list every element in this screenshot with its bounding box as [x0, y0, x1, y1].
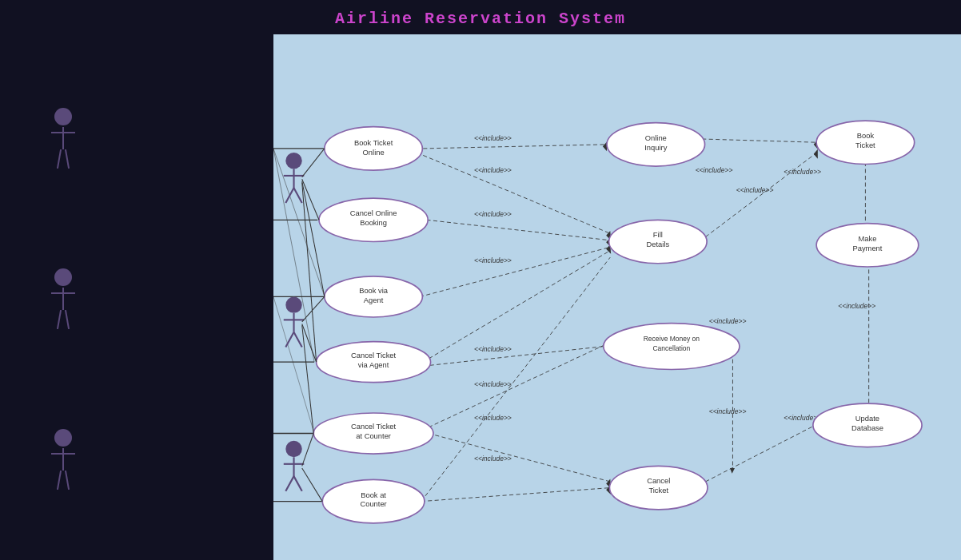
- actor-head-1: [54, 108, 72, 125]
- svg-text:Database: Database: [851, 424, 883, 432]
- svg-text:Ticket: Ticket: [649, 487, 669, 494]
- svg-text:<<include>>: <<include>>: [474, 134, 512, 142]
- svg-point-99: [286, 296, 302, 312]
- svg-text:Inquiry: Inquiry: [645, 144, 668, 152]
- svg-text:via Agent: via Agent: [358, 361, 389, 369]
- svg-text:<<include>>: <<include>>: [696, 166, 733, 174]
- svg-text:Fill: Fill: [653, 231, 663, 239]
- svg-text:Book at: Book at: [361, 491, 387, 499]
- svg-text:<<include>>: <<include>>: [709, 407, 747, 415]
- svg-text:Cancel: Cancel: [648, 477, 671, 485]
- svg-text:Payment: Payment: [853, 244, 883, 252]
- svg-text:<<include>>: <<include>>: [474, 455, 512, 463]
- svg-text:at Counter: at Counter: [357, 432, 392, 440]
- svg-text:<<include>>: <<include>>: [474, 345, 512, 353]
- actors-panel: [0, 34, 126, 560]
- actor-head-2: [54, 268, 72, 286]
- svg-text:Make: Make: [859, 235, 877, 243]
- svg-text:Counter: Counter: [361, 500, 387, 508]
- actor-leg-left-3: [57, 471, 62, 490]
- actor-counter: [54, 429, 72, 490]
- actor-arms-3: [51, 453, 75, 455]
- svg-text:<<include>>: <<include>>: [784, 168, 822, 176]
- svg-text:Book Ticket: Book Ticket: [354, 139, 393, 147]
- svg-text:Receive Money on: Receive Money on: [644, 335, 700, 343]
- svg-text:Cancellation: Cancellation: [653, 344, 691, 352]
- svg-text:Online: Online: [363, 149, 385, 157]
- actor-arms-1: [51, 132, 75, 133]
- actor-body-1: [62, 127, 64, 149]
- svg-text:<<include>>: <<include>>: [474, 256, 512, 264]
- svg-text:<<include>>: <<include>>: [736, 186, 774, 194]
- svg-text:Online: Online: [645, 134, 667, 142]
- svg-point-94: [286, 153, 302, 169]
- actor-legs-2: [58, 310, 68, 329]
- svg-text:Cancel Ticket: Cancel Ticket: [351, 423, 397, 431]
- actor-agent: [54, 268, 72, 329]
- svg-text:<<include>>: <<include>>: [474, 210, 512, 218]
- svg-text:<<include>>: <<include>>: [709, 317, 747, 325]
- svg-text:Update: Update: [855, 415, 879, 423]
- actor-leg-left-2: [57, 310, 62, 329]
- actor-legs-1: [58, 149, 68, 169]
- svg-text:Cancel Ticket: Cancel Ticket: [351, 351, 397, 359]
- actor-leg-left-1: [57, 149, 62, 169]
- diagram-title: Airline Reservation System: [0, 0, 961, 34]
- actor-leg-right-3: [65, 471, 70, 490]
- actor-body-3: [62, 448, 64, 471]
- svg-text:Book via: Book via: [360, 287, 389, 295]
- actor-body-2: [62, 288, 64, 310]
- actor-legs-3: [58, 471, 68, 490]
- actor-head-3: [54, 429, 72, 447]
- app-container: Airline Reservation System: [0, 0, 961, 560]
- svg-text:<<include>>: <<include>>: [474, 414, 512, 422]
- actor-leg-right-2: [65, 310, 70, 329]
- actor-leg-right-1: [65, 149, 70, 169]
- actor-arms-2: [51, 292, 75, 294]
- svg-text:<<include>>: <<include>>: [474, 380, 512, 388]
- svg-text:Booking: Booking: [361, 219, 388, 227]
- svg-text:<<include>>: <<include>>: [474, 166, 512, 174]
- diagram-svg: <<include>> <<include>> <<include>> <<in…: [273, 34, 961, 560]
- svg-text:Cancel Online: Cancel Online: [350, 209, 397, 217]
- svg-text:<<include>>: <<include>>: [839, 302, 876, 310]
- content-row: <<include>> <<include>> <<include>> <<in…: [0, 34, 961, 560]
- svg-text:Agent: Agent: [364, 296, 384, 304]
- diagram-area: <<include>> <<include>> <<include>> <<in…: [273, 34, 961, 560]
- svg-text:Ticket: Ticket: [856, 141, 876, 149]
- svg-text:Book: Book: [857, 132, 875, 140]
- actor-customer: [54, 108, 72, 169]
- svg-point-104: [286, 441, 302, 457]
- svg-text:Details: Details: [647, 240, 670, 248]
